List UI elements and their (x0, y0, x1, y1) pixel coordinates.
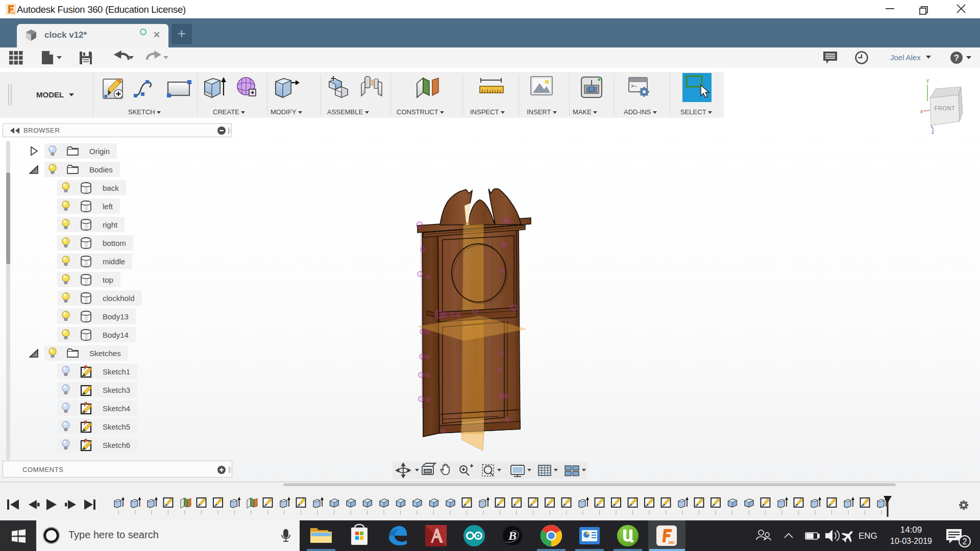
svg-text:B: B (508, 529, 517, 542)
svg-text:360: 360 (668, 540, 675, 545)
svg-text:2: 2 (963, 537, 967, 546)
